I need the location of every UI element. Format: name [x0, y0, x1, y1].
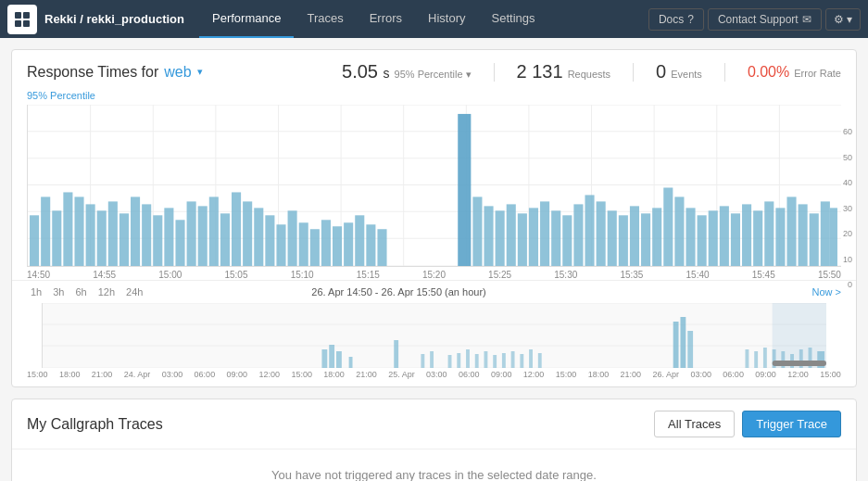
svg-rect-36 — [175, 220, 184, 266]
svg-rect-107 — [475, 354, 479, 368]
caret-down-icon[interactable]: ▾ — [466, 69, 472, 81]
svg-rect-38 — [198, 206, 208, 266]
nav-errors[interactable]: Errors — [357, 0, 415, 38]
svg-rect-23 — [30, 215, 39, 266]
svg-rect-73 — [663, 187, 673, 266]
range-6h-button[interactable]: 6h — [72, 285, 91, 299]
svg-rect-110 — [502, 353, 506, 368]
svg-rect-77 — [709, 210, 718, 266]
dropdown-arrow-icon[interactable]: ▾ — [197, 66, 203, 78]
range-12h-button[interactable]: 12h — [94, 285, 119, 299]
requests-value: 2 131 — [517, 61, 563, 82]
mini-chart-svg — [43, 303, 826, 368]
range-24h-button[interactable]: 24h — [122, 285, 146, 299]
range-3h-button[interactable]: 3h — [49, 285, 68, 299]
svg-rect-80 — [742, 204, 751, 266]
svg-rect-105 — [457, 353, 460, 368]
svg-rect-46 — [288, 210, 297, 266]
svg-rect-82 — [764, 201, 774, 266]
nav-history[interactable]: History — [415, 0, 478, 38]
svg-rect-28 — [86, 204, 95, 266]
svg-rect-127 — [773, 303, 826, 368]
svg-rect-43 — [254, 208, 263, 266]
svg-rect-116 — [680, 317, 686, 368]
stat-response-time: 5.05 s 95% Percentile ▾ — [342, 61, 472, 82]
range-now-button[interactable]: Now > — [812, 286, 842, 297]
svg-rect-30 — [108, 201, 118, 266]
stats-row: 5.05 s 95% Percentile ▾ 2 131 Requests 0 — [342, 61, 841, 82]
svg-rect-70 — [630, 206, 639, 266]
gear-icon: ⚙ ▾ — [834, 13, 852, 26]
svg-rect-100 — [349, 357, 353, 368]
divider3 — [724, 63, 725, 82]
svg-rect-48 — [310, 229, 320, 266]
svg-rect-111 — [511, 351, 515, 368]
svg-rect-29 — [97, 210, 107, 266]
main-content: Response Times for web ▾ 5.05 s 95% Perc… — [0, 38, 868, 481]
svg-rect-24 — [41, 196, 50, 266]
card-header: Response Times for web ▾ 5.05 s 95% Perc… — [12, 50, 856, 90]
contact-support-button[interactable]: Contact Support ✉ — [708, 8, 822, 31]
mini-time-axis: 15:00 18:00 21:00 24. Apr 03:00 06:00 09… — [27, 368, 841, 386]
svg-rect-120 — [763, 348, 767, 368]
nav-settings[interactable]: Settings — [479, 0, 548, 38]
svg-rect-87 — [821, 201, 830, 266]
title-dynamic[interactable]: web — [164, 64, 191, 81]
svg-rect-0 — [15, 12, 21, 19]
docs-button[interactable]: Docs ? — [648, 8, 704, 31]
svg-rect-58 — [496, 210, 505, 266]
svg-rect-47 — [299, 222, 308, 266]
svg-rect-49 — [321, 220, 331, 266]
svg-rect-64 — [562, 215, 572, 266]
all-traces-button[interactable]: All Traces — [654, 411, 735, 437]
mini-chart[interactable] — [42, 303, 826, 368]
svg-rect-1 — [23, 12, 30, 19]
main-chart-area: 10,000 5,000 0 60 50 40 30 20 10 0 14:50… — [12, 105, 856, 280]
svg-rect-117 — [687, 331, 693, 368]
traces-title: My Callgraph Traces — [27, 416, 163, 433]
nav-performance[interactable]: Performance — [199, 0, 294, 38]
nav-traces[interactable]: Traces — [294, 0, 356, 38]
svg-rect-60 — [518, 213, 527, 266]
divider — [494, 63, 495, 82]
svg-rect-44 — [265, 215, 274, 266]
main-chart: 10,000 5,000 0 — [27, 105, 841, 267]
gear-button[interactable]: ⚙ ▾ — [825, 8, 861, 31]
response-value: 5.05 s — [342, 61, 390, 82]
svg-rect-53 — [366, 224, 375, 266]
brand-label[interactable]: Rekki / rekki_production — [44, 12, 184, 26]
svg-rect-79 — [731, 213, 740, 266]
chart-svg: 10,000 5,000 0 — [28, 105, 841, 266]
chart-title: Response Times for web ▾ — [27, 64, 203, 81]
svg-rect-84 — [786, 196, 796, 266]
title-prefix: Response Times for — [27, 64, 158, 81]
question-icon: ? — [687, 13, 694, 26]
svg-rect-31 — [120, 213, 129, 266]
app-logo — [7, 5, 37, 34]
svg-rect-41 — [232, 192, 241, 266]
svg-rect-37 — [187, 201, 196, 266]
svg-rect-57 — [484, 206, 493, 266]
svg-rect-99 — [336, 351, 342, 368]
stat-events: 0 Events — [656, 61, 702, 82]
svg-rect-72 — [652, 208, 661, 266]
svg-rect-106 — [466, 349, 470, 368]
svg-rect-81 — [753, 210, 762, 266]
svg-rect-83 — [775, 208, 785, 266]
percentile-label: 95% Percentile ▾ — [395, 69, 472, 81]
svg-rect-112 — [520, 354, 523, 368]
svg-rect-115 — [673, 322, 679, 368]
svg-rect-61 — [529, 208, 538, 266]
svg-rect-119 — [754, 351, 758, 368]
svg-rect-97 — [321, 349, 327, 368]
svg-rect-78 — [720, 206, 729, 266]
trigger-trace-button[interactable]: Trigger Trace — [742, 411, 841, 437]
requests-label: Requests — [568, 69, 610, 80]
svg-rect-86 — [810, 213, 819, 266]
svg-rect-85 — [799, 204, 808, 266]
range-1h-button[interactable]: 1h — [27, 285, 45, 299]
svg-rect-50 — [333, 226, 342, 266]
svg-rect-3 — [23, 20, 30, 27]
svg-rect-62 — [540, 201, 549, 266]
svg-rect-35 — [164, 208, 173, 266]
